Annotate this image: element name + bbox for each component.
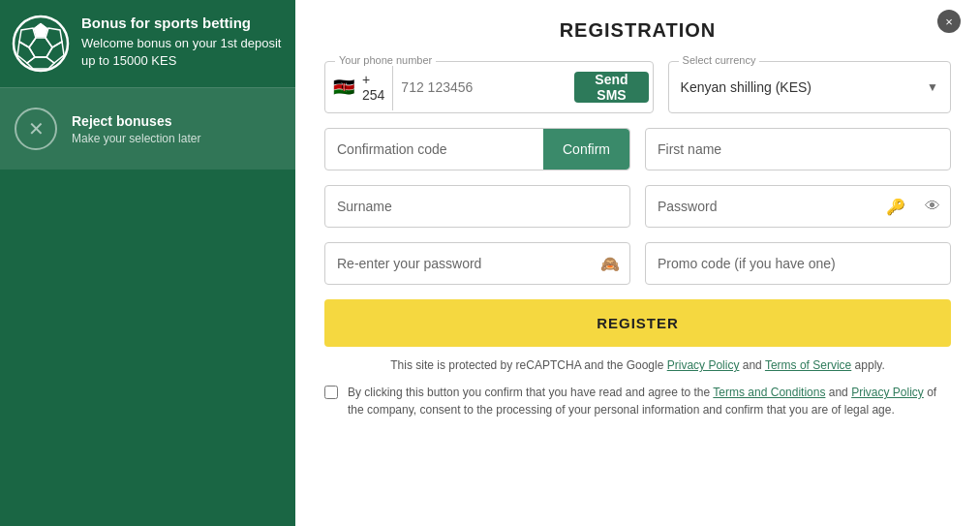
- modal-header: REGISTRATION ×: [324, 19, 951, 42]
- phone-input-group: Your phone number 🇰🇪 + 254 Send SMS: [324, 61, 654, 113]
- bonus-card[interactable]: Bonus for sports betting Welcome bonus o…: [0, 0, 295, 88]
- svg-marker-7: [27, 57, 54, 69]
- terms-of-service-link[interactable]: Terms of Service: [765, 358, 851, 372]
- terms-text: By clicking this button you confirm that…: [348, 384, 951, 418]
- bonus-description: Welcome bonus on your 1st deposit up to …: [81, 35, 284, 70]
- close-button[interactable]: ×: [937, 10, 961, 33]
- kenya-flag-icon: 🇰🇪: [333, 79, 354, 95]
- terms-row: By clicking this button you confirm that…: [324, 384, 951, 418]
- phone-prefix: + 254: [362, 64, 393, 110]
- registration-modal: REGISTRATION × Your phone number 🇰🇪 + 25…: [295, 0, 980, 526]
- first-name-input[interactable]: [646, 129, 950, 170]
- phone-currency-row: Your phone number 🇰🇪 + 254 Send SMS Sele…: [324, 61, 951, 113]
- reject-subtitle: Make your selection later: [72, 132, 200, 145]
- confirmation-firstname-row: Confirm: [324, 128, 951, 170]
- chevron-down-icon: ▼: [927, 80, 938, 94]
- password-field: 🔑 👁: [645, 185, 951, 228]
- repassword-promo-row: 🙈: [324, 242, 951, 285]
- promo-code-field: [645, 242, 951, 285]
- reenter-password-input[interactable]: [325, 243, 591, 284]
- left-panel: Bonus for sports betting Welcome bonus o…: [0, 0, 295, 526]
- phone-number-input[interactable]: [401, 79, 570, 95]
- privacy-policy-link[interactable]: Privacy Policy: [667, 358, 740, 372]
- surname-password-row: 🔑 👁: [324, 185, 951, 228]
- key-icon: 🔑: [876, 198, 915, 216]
- svg-marker-3: [19, 28, 36, 47]
- reject-card[interactable]: ✕ Reject bonuses Make your selection lat…: [0, 88, 295, 170]
- privacy-policy2-link[interactable]: Privacy Policy: [851, 386, 924, 399]
- reject-text: Reject bonuses Make your selection later: [72, 113, 200, 145]
- confirmation-code-field: Confirm: [324, 128, 630, 170]
- bonus-text: Bonus for sports betting Welcome bonus o…: [81, 15, 284, 70]
- terms-conditions-link[interactable]: Terms and Conditions: [713, 386, 825, 399]
- confirmation-code-input[interactable]: [325, 129, 543, 170]
- promo-code-input[interactable]: [646, 243, 950, 284]
- modal-title: REGISTRATION: [560, 19, 717, 42]
- confirm-button[interactable]: Confirm: [543, 129, 629, 170]
- bonus-title: Bonus for sports betting: [81, 15, 284, 31]
- terms-checkbox[interactable]: [324, 386, 338, 399]
- send-sms-button[interactable]: Send SMS: [574, 72, 648, 103]
- currency-select[interactable]: Kenyan shilling (KES): [669, 70, 928, 105]
- currency-label: Select currency: [679, 54, 760, 66]
- surname-input[interactable]: [325, 186, 629, 227]
- surname-field: [324, 185, 630, 228]
- password-input[interactable]: [646, 186, 876, 227]
- soccer-ball-icon: [12, 15, 70, 73]
- svg-marker-2: [46, 28, 62, 47]
- reject-title: Reject bonuses: [72, 113, 200, 129]
- phone-label: Your phone number: [335, 54, 436, 66]
- register-button[interactable]: REGISTER: [324, 299, 951, 347]
- eye-slash-icon[interactable]: 🙈: [591, 255, 629, 273]
- first-name-field: [645, 128, 951, 170]
- reenter-password-field: 🙈: [324, 242, 630, 285]
- recaptcha-notice: This site is protected by reCAPTCHA and …: [324, 358, 951, 372]
- eye-icon[interactable]: 👁: [915, 198, 950, 215]
- currency-group: Select currency Kenyan shilling (KES) ▼: [668, 61, 951, 113]
- reject-icon: ✕: [15, 108, 57, 150]
